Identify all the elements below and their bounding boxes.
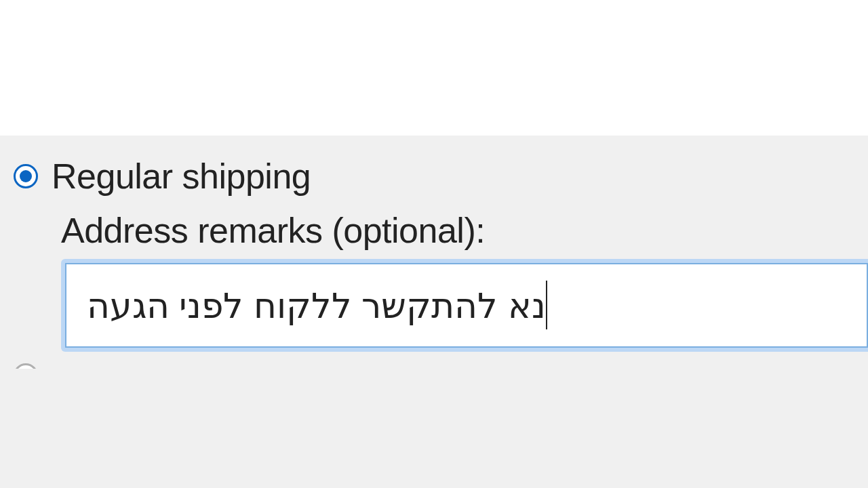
radio-selected-icon[interactable] [14,164,38,188]
address-remarks-label: Address remarks (optional): [61,210,868,251]
radio-unselected-icon[interactable] [14,363,38,388]
address-remarks-input-wrap [65,263,868,348]
text-caret-icon [546,281,547,329]
radio-dot-icon [20,170,32,182]
shipping-option-row[interactable]: Regular shipping [14,156,868,197]
shipping-form-section: Regular shipping Address remarks (option… [0,136,868,488]
address-remarks-input[interactable] [65,263,868,348]
shipping-option-label: Regular shipping [52,156,311,197]
